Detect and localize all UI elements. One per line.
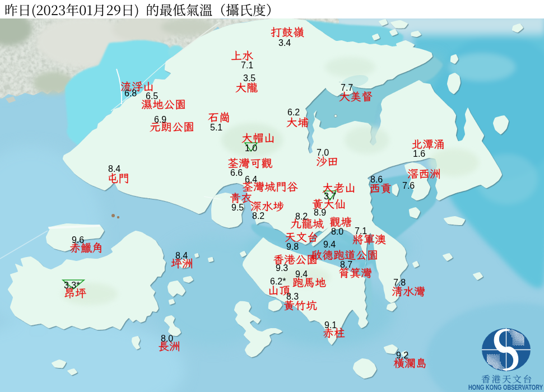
svg-text:7.0: 7.0 (317, 148, 329, 157)
svg-text:7.1: 7.1 (241, 60, 253, 70)
svg-text:8.4: 8.4 (108, 164, 120, 174)
svg-text:9.4: 9.4 (323, 240, 336, 249)
svg-text:3.7: 3.7 (324, 192, 336, 201)
svg-text:3.3*: 3.3* (64, 281, 80, 290)
svg-text:7.1: 7.1 (355, 226, 367, 236)
svg-text:6.2*: 6.2* (270, 277, 286, 286)
svg-text:8.3: 8.3 (286, 292, 299, 301)
svg-text:9.8: 9.8 (286, 242, 299, 251)
svg-text:9.3: 9.3 (276, 263, 288, 273)
svg-text:7.7: 7.7 (341, 83, 353, 92)
svg-text:1.0: 1.0 (245, 143, 257, 153)
svg-text:9.5: 9.5 (231, 203, 244, 212)
svg-text:6.5: 6.5 (146, 91, 158, 101)
svg-text:9.6: 9.6 (72, 235, 84, 245)
svg-text:9.2: 9.2 (396, 351, 408, 360)
svg-text:3.5: 3.5 (243, 73, 255, 83)
svg-text:9.1: 9.1 (324, 320, 337, 330)
svg-text:9.4: 9.4 (295, 269, 308, 279)
svg-text:8.7: 8.7 (340, 260, 352, 269)
svg-text:8.6: 8.6 (370, 175, 383, 184)
svg-text:1.6: 1.6 (413, 149, 425, 158)
svg-text:5.1: 5.1 (210, 123, 222, 132)
svg-text:8.2: 8.2 (252, 211, 264, 221)
svg-text:6.8: 6.8 (124, 88, 137, 98)
svg-text:6.2: 6.2 (287, 108, 300, 117)
svg-text:HONG KONG OBSERVATORY: HONG KONG OBSERVATORY (468, 384, 543, 391)
svg-text:8.9: 8.9 (314, 208, 326, 217)
svg-text:7.8: 7.8 (393, 278, 406, 287)
svg-text:6.4: 6.4 (245, 175, 257, 184)
svg-text:3.4: 3.4 (278, 38, 291, 48)
svg-text:8.0: 8.0 (331, 227, 343, 236)
svg-text:8.4: 8.4 (175, 251, 188, 260)
svg-text:7.6: 7.6 (402, 181, 415, 190)
svg-text:6.6: 6.6 (230, 168, 243, 178)
svg-text:6.9: 6.9 (154, 115, 166, 124)
svg-text:8.2: 8.2 (295, 212, 308, 221)
svg-text:8.0: 8.0 (161, 334, 173, 343)
